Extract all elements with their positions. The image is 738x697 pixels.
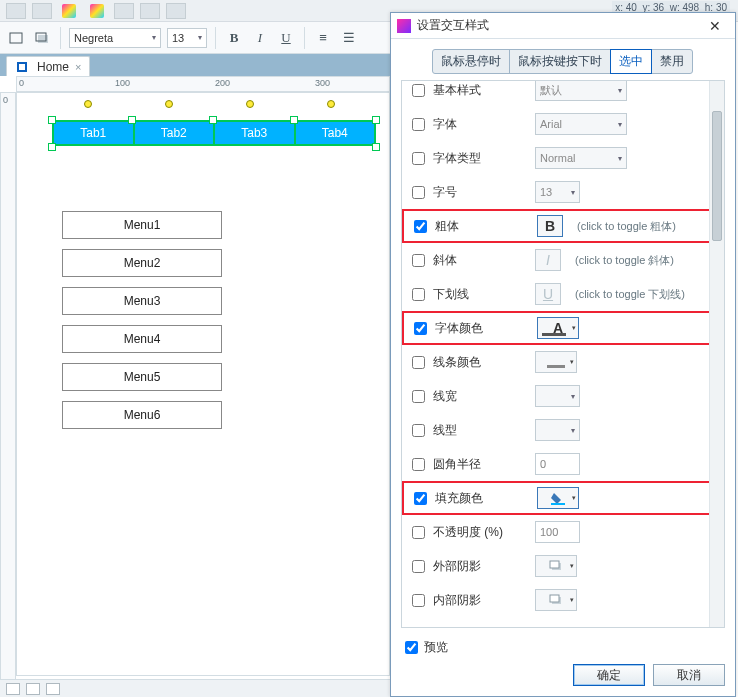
- prop-checkbox-fill[interactable]: [414, 492, 427, 505]
- prop-checkbox-uline[interactable]: [412, 288, 425, 301]
- dialog-title: 设置交互样式: [417, 17, 489, 34]
- document-tab-home[interactable]: Home ×: [6, 56, 90, 76]
- prop-hint: (click to toggle 斜体): [575, 253, 674, 268]
- prop-control-fcolor[interactable]: A▾: [537, 317, 579, 339]
- prop-row-opac: 不透明度 (%)100: [402, 515, 724, 549]
- prop-checkbox-oshad[interactable]: [412, 560, 425, 573]
- prop-checkbox-base[interactable]: [412, 84, 425, 97]
- dialog-tab-hover[interactable]: 鼠标悬停时: [432, 49, 510, 74]
- dialog-tab-mousedown[interactable]: 鼠标按键按下时: [509, 49, 611, 74]
- svg-rect-5: [550, 561, 559, 568]
- prop-row-font: 字体Arial▾: [402, 107, 724, 141]
- close-icon[interactable]: ×: [75, 61, 81, 73]
- prop-control-lcolor[interactable]: ▾: [535, 351, 577, 373]
- prop-checkbox-ftype[interactable]: [412, 152, 425, 165]
- status-chip[interactable]: [26, 683, 40, 695]
- tab-cell[interactable]: Tab2: [135, 122, 216, 144]
- tab-cell[interactable]: Tab1: [54, 122, 135, 144]
- menu-widget[interactable]: Menu2: [62, 249, 222, 277]
- font-size-combo[interactable]: 13 ▾: [167, 28, 207, 48]
- chevron-down-icon: ▾: [198, 33, 202, 42]
- prop-row-italic: 斜体I(click to toggle 斜体): [402, 243, 724, 277]
- menu-widget[interactable]: Menu3: [62, 287, 222, 315]
- prop-control-ftype[interactable]: Normal▾: [535, 147, 627, 169]
- preview-checkbox[interactable]: [405, 641, 418, 654]
- font-size-value: 13: [172, 32, 184, 44]
- prop-control-base[interactable]: 默认▾: [535, 81, 627, 101]
- prop-row-lcolor: 线条颜色▾: [402, 345, 724, 379]
- prop-control-font[interactable]: Arial▾: [535, 113, 627, 135]
- prop-checkbox-fcolor[interactable]: [414, 322, 427, 335]
- shape-rect-shadow-icon[interactable]: [32, 28, 52, 48]
- dialog-tab-selected[interactable]: 选中: [610, 49, 652, 74]
- bold-button[interactable]: B: [224, 28, 244, 48]
- dialog-tab-bar: 鼠标悬停时 鼠标按键按下时 选中 禁用: [391, 49, 735, 74]
- menu-widget[interactable]: Menu4: [62, 325, 222, 353]
- prop-checkbox-ishad[interactable]: [412, 594, 425, 607]
- prop-control-ltype[interactable]: ▾: [535, 419, 580, 441]
- prop-checkbox-lwidth[interactable]: [412, 390, 425, 403]
- prop-control-lwidth[interactable]: ▾: [535, 385, 580, 407]
- dialog-tab-disabled[interactable]: 禁用: [651, 49, 693, 74]
- prop-label: 字体类型: [433, 150, 527, 167]
- font-family-combo[interactable]: Negreta ▾: [69, 28, 161, 48]
- status-bar: [0, 679, 390, 697]
- svg-rect-0: [10, 33, 22, 43]
- prop-checkbox-lcolor[interactable]: [412, 356, 425, 369]
- prop-label: 线条颜色: [433, 354, 527, 371]
- prop-hint: (click to toggle 下划线): [575, 287, 685, 302]
- tab-cell[interactable]: Tab3: [215, 122, 296, 144]
- italic-button[interactable]: I: [250, 28, 270, 48]
- valign-button[interactable]: ☰: [339, 28, 359, 48]
- ok-button[interactable]: 确定: [573, 664, 645, 686]
- prop-label: 字号: [433, 184, 527, 201]
- interaction-style-dialog: 设置交互样式 ✕ 鼠标悬停时 鼠标按键按下时 选中 禁用 基本样式默认▾字体Ar…: [390, 12, 736, 697]
- svg-rect-7: [550, 595, 559, 602]
- prop-checkbox-fsize[interactable]: [412, 186, 425, 199]
- status-chip[interactable]: [6, 683, 20, 695]
- prop-checkbox-bold[interactable]: [414, 220, 427, 233]
- prop-row-fill: 填充颜色▾: [402, 481, 724, 515]
- prop-control-ishad[interactable]: ▾: [535, 589, 577, 611]
- preview-label: 预览: [424, 639, 448, 656]
- close-button[interactable]: ✕: [701, 13, 729, 38]
- scrollbar-thumb[interactable]: [712, 111, 722, 241]
- prop-control-fill[interactable]: ▾: [537, 487, 579, 509]
- format-toolbar: Negreta ▾ 13 ▾ B I U ≡ ☰: [0, 22, 390, 54]
- prop-label: 填充颜色: [435, 490, 529, 507]
- menu-widget[interactable]: Menu1: [62, 211, 222, 239]
- prop-control-radius[interactable]: 0: [535, 453, 580, 475]
- prop-control-italic[interactable]: I: [535, 249, 561, 271]
- prop-checkbox-italic[interactable]: [412, 254, 425, 267]
- prop-row-base: 基本样式默认▾: [402, 81, 724, 107]
- prop-control-uline[interactable]: U: [535, 283, 561, 305]
- prop-hint: (click to toggle 粗体): [577, 219, 676, 234]
- menu-widget[interactable]: Menu6: [62, 401, 222, 429]
- prop-checkbox-radius[interactable]: [412, 458, 425, 471]
- shape-rect-icon[interactable]: [6, 28, 26, 48]
- design-canvas[interactable]: Tab1 Tab2 Tab3 Tab4 Menu1 Menu2 Menu3 Me…: [16, 92, 390, 676]
- prop-label: 线型: [433, 422, 527, 439]
- prop-label: 不透明度 (%): [433, 524, 527, 541]
- cancel-button[interactable]: 取消: [653, 664, 725, 686]
- prop-control-oshad[interactable]: ▾: [535, 555, 577, 577]
- prop-control-fsize[interactable]: 13▾: [535, 181, 580, 203]
- prop-control-opac[interactable]: 100: [535, 521, 580, 543]
- prop-label: 内部阴影: [433, 592, 527, 609]
- dialog-titlebar[interactable]: 设置交互样式 ✕: [391, 13, 735, 39]
- prop-label: 字体: [433, 116, 527, 133]
- prop-control-bold[interactable]: B: [537, 215, 563, 237]
- underline-button[interactable]: U: [276, 28, 296, 48]
- tab-cell[interactable]: Tab4: [296, 122, 375, 144]
- prop-row-fsize: 字号13▾: [402, 175, 724, 209]
- status-chip[interactable]: [46, 683, 60, 695]
- prop-checkbox-font[interactable]: [412, 118, 425, 131]
- prop-checkbox-ltype[interactable]: [412, 424, 425, 437]
- prop-label: 线宽: [433, 388, 527, 405]
- prop-checkbox-opac[interactable]: [412, 526, 425, 539]
- scrollbar[interactable]: [709, 81, 724, 627]
- menu-widget[interactable]: Menu5: [62, 363, 222, 391]
- document-tabstrip: Home ×: [0, 54, 390, 76]
- align-button[interactable]: ≡: [313, 28, 333, 48]
- prop-row-ishad: 内部阴影▾: [402, 583, 724, 617]
